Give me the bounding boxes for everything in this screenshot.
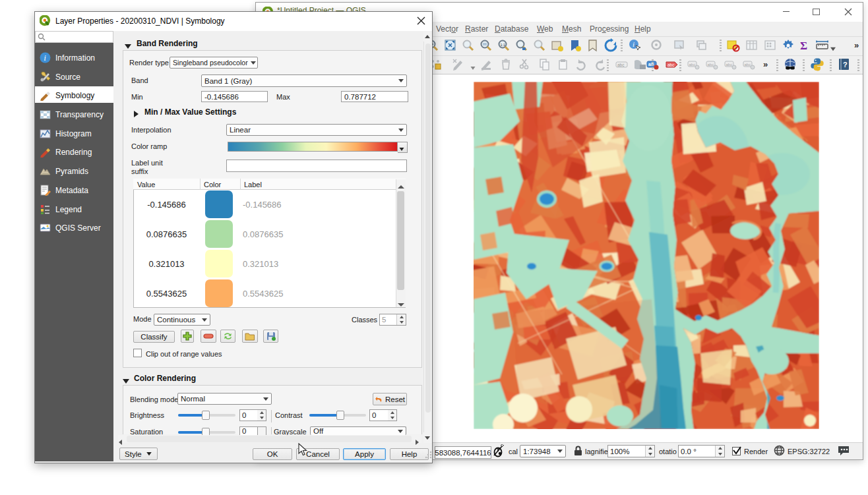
- svg-text:i: i: [44, 53, 46, 63]
- svg-text:abc: abc: [667, 63, 675, 67]
- svg-text:abc: abc: [708, 63, 714, 67]
- svg-text:abc: abc: [745, 63, 751, 67]
- svg-text:abc: abc: [617, 63, 625, 67]
- svg-text:1:1: 1:1: [501, 43, 506, 47]
- svg-text:abc: abc: [726, 63, 733, 67]
- svg-text:?: ?: [843, 61, 848, 69]
- svg-text:i: i: [633, 40, 635, 48]
- svg-text:Σ: Σ: [800, 40, 807, 52]
- svg-text:abc: abc: [689, 63, 696, 67]
